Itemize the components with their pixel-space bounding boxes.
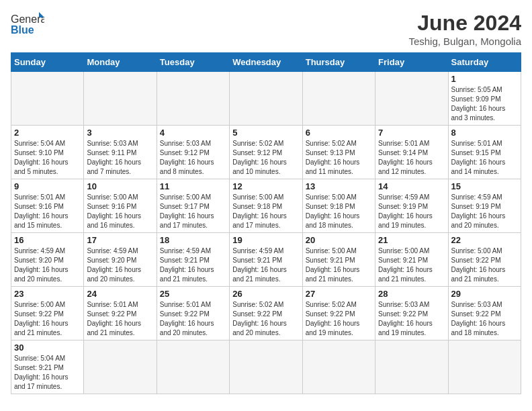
day-number: 5 (232, 128, 299, 138)
day-info: Sunrise: 5:01 AM Sunset: 9:16 PM Dayligh… (14, 193, 81, 230)
day-number: 15 (451, 181, 518, 191)
day-info: Sunrise: 5:03 AM Sunset: 9:12 PM Dayligh… (160, 139, 226, 177)
calendar-cell: 29Sunrise: 5:03 AM Sunset: 9:22 PM Dayli… (448, 287, 521, 340)
weekday-header-saturday: Saturday (448, 53, 521, 72)
day-number: 10 (87, 181, 153, 191)
weekday-header-row: SundayMondayTuesdayWednesdayThursdayFrid… (11, 53, 521, 72)
day-number: 8 (451, 128, 518, 138)
weekday-header-wednesday: Wednesday (230, 53, 302, 72)
day-info: Sunrise: 5:00 AM Sunset: 9:21 PM Dayligh… (378, 246, 445, 284)
week-row-3: 9Sunrise: 5:01 AM Sunset: 9:16 PM Daylig… (11, 179, 521, 233)
day-info: Sunrise: 5:02 AM Sunset: 9:22 PM Dayligh… (306, 300, 372, 338)
calendar-cell: 21Sunrise: 5:00 AM Sunset: 9:21 PM Dayli… (375, 233, 448, 287)
day-number: 21 (378, 235, 445, 245)
header: GeneralBlue June 2024 Teshig, Bulgan, Mo… (11, 11, 521, 47)
day-info: Sunrise: 5:00 AM Sunset: 9:21 PM Dayligh… (306, 246, 372, 284)
svg-text:Blue: Blue (11, 24, 34, 36)
calendar-cell: 10Sunrise: 5:00 AM Sunset: 9:16 PM Dayli… (84, 179, 157, 233)
calendar-cell: 6Sunrise: 5:02 AM Sunset: 9:13 PM Daylig… (302, 126, 375, 179)
calendar-cell (84, 72, 157, 126)
calendar-cell (84, 340, 157, 394)
day-info: Sunrise: 5:01 AM Sunset: 9:15 PM Dayligh… (451, 139, 518, 177)
logo: GeneralBlue (11, 11, 44, 38)
title-area: June 2024 Teshig, Bulgan, Mongolia (408, 11, 521, 47)
day-number: 24 (87, 289, 153, 299)
day-info: Sunrise: 5:05 AM Sunset: 9:09 PM Dayligh… (451, 85, 518, 123)
calendar-cell: 11Sunrise: 5:00 AM Sunset: 9:17 PM Dayli… (157, 179, 229, 233)
day-number: 2 (14, 128, 81, 138)
location: Teshig, Bulgan, Mongolia (408, 36, 521, 47)
day-number: 14 (378, 181, 445, 191)
day-number: 26 (232, 289, 299, 299)
calendar-cell: 7Sunrise: 5:01 AM Sunset: 9:14 PM Daylig… (375, 126, 448, 179)
day-info: Sunrise: 4:59 AM Sunset: 9:21 PM Dayligh… (160, 246, 226, 284)
weekday-header-monday: Monday (84, 53, 157, 72)
calendar-cell: 17Sunrise: 4:59 AM Sunset: 9:20 PM Dayli… (84, 233, 157, 287)
day-info: Sunrise: 5:01 AM Sunset: 9:22 PM Dayligh… (87, 300, 153, 338)
day-info: Sunrise: 5:00 AM Sunset: 9:16 PM Dayligh… (87, 193, 153, 230)
week-row-1: 1Sunrise: 5:05 AM Sunset: 9:09 PM Daylig… (11, 72, 521, 126)
day-info: Sunrise: 5:00 AM Sunset: 9:22 PM Dayligh… (14, 300, 81, 338)
calendar-cell (302, 340, 375, 394)
day-info: Sunrise: 5:00 AM Sunset: 9:17 PM Dayligh… (160, 193, 226, 230)
day-info: Sunrise: 5:02 AM Sunset: 9:12 PM Dayligh… (232, 139, 299, 177)
calendar-cell: 2Sunrise: 5:04 AM Sunset: 9:10 PM Daylig… (11, 126, 84, 179)
day-number: 17 (87, 235, 153, 245)
day-number: 18 (160, 235, 226, 245)
day-info: Sunrise: 4:59 AM Sunset: 9:19 PM Dayligh… (451, 193, 518, 230)
calendar-cell: 19Sunrise: 4:59 AM Sunset: 9:21 PM Dayli… (230, 233, 302, 287)
calendar-cell (375, 72, 448, 126)
day-number: 4 (160, 128, 226, 138)
calendar-cell: 14Sunrise: 4:59 AM Sunset: 9:19 PM Dayli… (375, 179, 448, 233)
day-info: Sunrise: 4:59 AM Sunset: 9:20 PM Dayligh… (14, 246, 81, 284)
calendar-table: SundayMondayTuesdayWednesdayThursdayFrid… (11, 52, 521, 394)
week-row-4: 16Sunrise: 4:59 AM Sunset: 9:20 PM Dayli… (11, 233, 521, 287)
weekday-header-thursday: Thursday (302, 53, 375, 72)
day-info: Sunrise: 5:00 AM Sunset: 9:22 PM Dayligh… (451, 246, 518, 284)
calendar-cell (11, 72, 84, 126)
week-row-5: 23Sunrise: 5:00 AM Sunset: 9:22 PM Dayli… (11, 287, 521, 340)
calendar-cell: 27Sunrise: 5:02 AM Sunset: 9:22 PM Dayli… (302, 287, 375, 340)
weekday-header-friday: Friday (375, 53, 448, 72)
calendar-cell: 15Sunrise: 4:59 AM Sunset: 9:19 PM Dayli… (448, 179, 521, 233)
day-number: 20 (306, 235, 372, 245)
calendar-cell: 3Sunrise: 5:03 AM Sunset: 9:11 PM Daylig… (84, 126, 157, 179)
calendar-cell: 25Sunrise: 5:01 AM Sunset: 9:22 PM Dayli… (157, 287, 229, 340)
calendar-cell (230, 340, 302, 394)
calendar-cell (157, 72, 229, 126)
day-info: Sunrise: 5:03 AM Sunset: 9:22 PM Dayligh… (378, 300, 445, 338)
calendar-cell: 8Sunrise: 5:01 AM Sunset: 9:15 PM Daylig… (448, 126, 521, 179)
day-number: 23 (14, 289, 81, 299)
calendar-cell: 24Sunrise: 5:01 AM Sunset: 9:22 PM Dayli… (84, 287, 157, 340)
day-number: 11 (160, 181, 226, 191)
day-info: Sunrise: 5:04 AM Sunset: 9:10 PM Dayligh… (14, 139, 81, 177)
day-number: 13 (306, 181, 372, 191)
day-number: 16 (14, 235, 81, 245)
day-number: 9 (14, 181, 81, 191)
day-info: Sunrise: 5:01 AM Sunset: 9:14 PM Dayligh… (378, 139, 445, 177)
day-info: Sunrise: 5:04 AM Sunset: 9:21 PM Dayligh… (14, 354, 81, 392)
week-row-6: 30Sunrise: 5:04 AM Sunset: 9:21 PM Dayli… (11, 340, 521, 394)
day-number: 28 (378, 289, 445, 299)
calendar-cell (302, 72, 375, 126)
calendar-cell: 18Sunrise: 4:59 AM Sunset: 9:21 PM Dayli… (157, 233, 229, 287)
calendar-cell: 5Sunrise: 5:02 AM Sunset: 9:12 PM Daylig… (230, 126, 302, 179)
day-info: Sunrise: 5:02 AM Sunset: 9:13 PM Dayligh… (306, 139, 372, 177)
calendar-cell: 30Sunrise: 5:04 AM Sunset: 9:21 PM Dayli… (11, 340, 84, 394)
day-info: Sunrise: 5:02 AM Sunset: 9:22 PM Dayligh… (232, 300, 299, 338)
day-number: 6 (306, 128, 372, 138)
logo-svg: GeneralBlue (11, 11, 44, 38)
calendar-cell: 26Sunrise: 5:02 AM Sunset: 9:22 PM Dayli… (230, 287, 302, 340)
weekday-header-sunday: Sunday (11, 53, 84, 72)
day-number: 7 (378, 128, 445, 138)
calendar-cell: 9Sunrise: 5:01 AM Sunset: 9:16 PM Daylig… (11, 179, 84, 233)
day-info: Sunrise: 5:03 AM Sunset: 9:11 PM Dayligh… (87, 139, 153, 177)
calendar-cell: 16Sunrise: 4:59 AM Sunset: 9:20 PM Dayli… (11, 233, 84, 287)
month-year: June 2024 (408, 11, 521, 36)
calendar-cell: 28Sunrise: 5:03 AM Sunset: 9:22 PM Dayli… (375, 287, 448, 340)
day-number: 25 (160, 289, 226, 299)
day-info: Sunrise: 5:00 AM Sunset: 9:18 PM Dayligh… (232, 193, 299, 230)
calendar-cell (157, 340, 229, 394)
calendar-cell: 13Sunrise: 5:00 AM Sunset: 9:18 PM Dayli… (302, 179, 375, 233)
calendar-cell: 20Sunrise: 5:00 AM Sunset: 9:21 PM Dayli… (302, 233, 375, 287)
